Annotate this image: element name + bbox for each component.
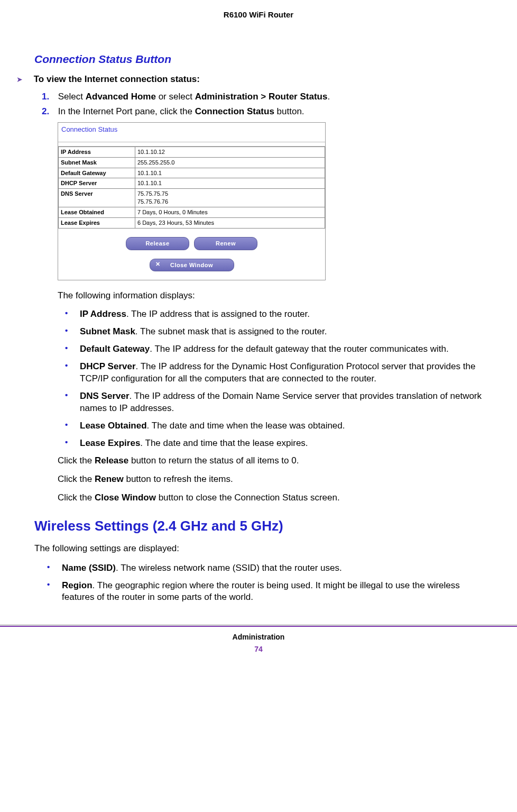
- list-item: •IP Address. The IP address that is assi…: [65, 308, 483, 321]
- label: Default Gateway: [59, 168, 135, 178]
- value: 10.1.10.1: [135, 178, 325, 189]
- field-label: Lease Expires: [80, 438, 140, 448]
- subheading-connection-status: Connection Status Button: [34, 52, 483, 67]
- step-number: 1.: [42, 91, 56, 103]
- field-desc: . The IP address that is assigned to the…: [126, 309, 310, 319]
- label: Subnet Mask: [59, 157, 135, 168]
- bold: Renew: [95, 474, 124, 484]
- status-table: IP Address10.1.10.12 Subnet Mask255.255.…: [58, 147, 325, 229]
- field-desc: . The geographic region where the router…: [62, 580, 460, 603]
- table-row: Lease Obtained7 Days, 0 Hours, 0 Minutes: [59, 207, 325, 218]
- list-item: •Lease Obtained. The date and time when …: [65, 420, 483, 432]
- text: button.: [274, 106, 304, 116]
- text: Click the: [58, 455, 95, 466]
- bullet-icon: •: [65, 361, 80, 385]
- field-label: DHCP Server: [80, 361, 136, 371]
- task-line: ➤ To view the Internet connection status…: [16, 74, 483, 86]
- step-number: 2.: [42, 106, 56, 118]
- list-text: IP Address. The IP address that is assig…: [80, 308, 483, 321]
- field-list: •IP Address. The IP address that is assi…: [65, 308, 483, 449]
- field-desc: . The subnet mask that is assigned to th…: [135, 326, 327, 336]
- heading-wireless-settings: Wireless Settings (2.4 GHz and 5 GHz): [34, 517, 483, 535]
- close-icon: ✕: [155, 260, 161, 268]
- footer-section: Administration: [0, 627, 517, 642]
- value: 75.75.75.75 75.75.76.76: [135, 189, 325, 207]
- label: DNS Server: [59, 189, 135, 207]
- value: 7 Days, 0 Hours, 0 Minutes: [135, 207, 325, 218]
- list-item: •Name (SSID). The wireless network name …: [47, 562, 483, 574]
- paragraph: Click the Release button to return the s…: [58, 455, 483, 467]
- field-label: Lease Obtained: [80, 421, 147, 431]
- release-button[interactable]: Release: [126, 237, 189, 250]
- list-text: Lease Expires. The date and time that th…: [80, 437, 483, 450]
- list-text: Name (SSID). The wireless network name (…: [62, 562, 483, 574]
- text: or select: [156, 92, 195, 102]
- bold: Administration > Router Status: [195, 92, 328, 102]
- table-row: DNS Server75.75.75.75 75.75.76.76: [59, 189, 325, 207]
- intro-text: The following information displays:: [58, 290, 483, 302]
- renew-button[interactable]: Renew: [194, 237, 257, 250]
- field-desc: . The IP address of the Domain Name Serv…: [80, 391, 482, 413]
- label: DHCP Server: [59, 178, 135, 189]
- bold: Close Window: [95, 492, 156, 503]
- bullet-icon: •: [65, 437, 80, 450]
- bullet-icon: •: [65, 326, 80, 338]
- list-text: Subnet Mask. The subnet mask that is ass…: [80, 326, 483, 338]
- field-label: DNS Server: [80, 391, 130, 401]
- divider: [58, 142, 325, 147]
- step-2: 2. In the Internet Port pane, click the …: [42, 106, 483, 118]
- field-desc: . The IP address for the default gateway…: [150, 344, 448, 354]
- list-item: •DHCP Server. The IP address for the Dyn…: [65, 361, 483, 385]
- list-item: •Subnet Mask. The subnet mask that is as…: [65, 326, 483, 338]
- bullet-icon: •: [65, 343, 80, 355]
- field-desc: . The IP address for the Dynamic Host Co…: [80, 361, 475, 384]
- list-item: •DNS Server. The IP address of the Domai…: [65, 390, 483, 415]
- list-text: Region. The geographic region where the …: [62, 580, 483, 604]
- step-text: In the Internet Port pane, click the Con…: [58, 106, 481, 118]
- bold: Release: [95, 455, 128, 466]
- text: button to refresh the items.: [124, 474, 233, 484]
- dialog-button-row: ✕ Close Window: [58, 259, 325, 280]
- step-1: 1. Select Advanced Home or select Admini…: [42, 91, 483, 103]
- bullet-icon: •: [65, 420, 80, 432]
- table-row: DHCP Server10.1.10.1: [59, 178, 325, 189]
- task-arrow-icon: ➤: [16, 74, 31, 85]
- value: 10.1.10.1: [135, 168, 325, 178]
- dialog-title: Connection Status: [58, 123, 325, 142]
- text: button to return the status of all items…: [128, 455, 299, 466]
- field-label: Name (SSID): [62, 563, 116, 573]
- button-label: Close Window: [170, 262, 213, 268]
- table-row: Lease Expires6 Days, 23 Hours, 53 Minute…: [59, 217, 325, 228]
- bullet-icon: •: [47, 562, 62, 574]
- field-label: Subnet Mask: [80, 326, 135, 336]
- bullet-icon: •: [47, 580, 62, 604]
- task-text: To view the Internet connection status:: [34, 74, 200, 84]
- page-content: Connection Status Button ➤ To view the I…: [0, 52, 517, 604]
- table-row: Subnet Mask255.255.255.0: [59, 157, 325, 168]
- bullet-icon: •: [65, 308, 80, 321]
- field-desc: . The wireless network name (SSID) that …: [116, 563, 342, 573]
- text: .: [327, 92, 330, 102]
- text: button to close the Connection Status sc…: [156, 492, 340, 503]
- list-item: •Default Gateway. The IP address for the…: [65, 343, 483, 355]
- paragraph: Click the Renew button to refresh the it…: [58, 473, 483, 486]
- list-text: DNS Server. The IP address of the Domain…: [80, 390, 483, 415]
- value: 10.1.10.12: [135, 147, 325, 157]
- close-window-button[interactable]: ✕ Close Window: [150, 259, 234, 272]
- bold: Advanced Home: [86, 92, 156, 102]
- table-row: Default Gateway10.1.10.1: [59, 168, 325, 178]
- page-footer: Administration 74: [0, 625, 517, 665]
- intro-text: The following settings are displayed:: [34, 543, 483, 555]
- list-text: Default Gateway. The IP address for the …: [80, 343, 483, 355]
- field-label: Region: [62, 580, 93, 590]
- table-row: IP Address10.1.10.12: [59, 147, 325, 157]
- footer-page-number: 74: [0, 642, 517, 665]
- list-item: •Region. The geographic region where the…: [47, 580, 483, 604]
- text: Click the: [58, 474, 95, 484]
- field-label: Default Gateway: [80, 344, 150, 354]
- page-header: R6100 WiFi Router: [0, 0, 517, 52]
- paragraph: Click the Close Window button to close t…: [58, 492, 483, 504]
- text: Click the: [58, 492, 95, 503]
- label: IP Address: [59, 147, 135, 157]
- label: Lease Obtained: [59, 207, 135, 218]
